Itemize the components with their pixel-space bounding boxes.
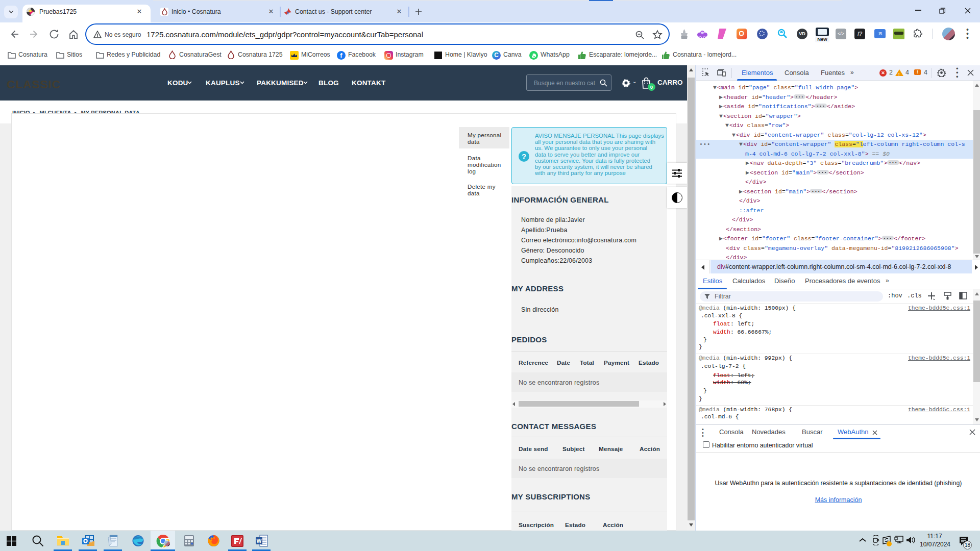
- svg-text:W: W: [257, 538, 262, 544]
